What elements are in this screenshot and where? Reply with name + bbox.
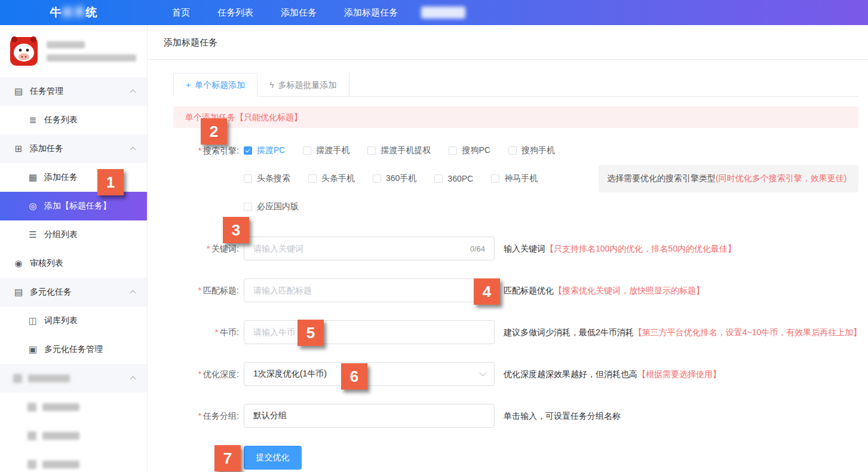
group-input-box[interactable] bbox=[244, 404, 495, 428]
nav-item-task-list[interactable]: 任务列表 bbox=[204, 0, 267, 25]
tab-label: 多标题批量添加 bbox=[278, 73, 337, 96]
field-label-text: 任务分组: bbox=[203, 411, 239, 421]
engine-option-360-pc[interactable]: 360PC bbox=[434, 174, 473, 183]
sidebar-item-label: 多元化任务管理 bbox=[44, 344, 103, 355]
add-title-task-form: *搜索引擎: 摆渡PC 摆渡手机 摆渡手机提权 搜狗PC 搜狗手机 头条搜索 头… bbox=[173, 139, 858, 470]
depth-select[interactable]: 1次深度优化(1牛币) bbox=[244, 362, 495, 386]
checkbox-icon[interactable] bbox=[367, 146, 376, 155]
sidebar-item-add-task[interactable]: ▦ 添加任务 bbox=[0, 163, 147, 192]
sidebar-item-label: 任务列表 bbox=[44, 115, 78, 125]
logo-text: 牛 bbox=[50, 6, 62, 19]
sidebar-item-group-list[interactable]: ☰ 分组列表 bbox=[0, 220, 147, 249]
checkbox-icon[interactable] bbox=[303, 146, 311, 155]
sidebar-item-review-list[interactable]: ◉ 审核列表 bbox=[0, 249, 147, 278]
engine-option-baidu-mobile-boost[interactable]: 摆渡手机提权 bbox=[367, 145, 431, 156]
lightning-icon: ϟ bbox=[269, 73, 274, 96]
logo-text-blurred: 排系 bbox=[62, 6, 86, 19]
sidebar-item-label: 添加任务 bbox=[44, 172, 78, 183]
page-title: 添加标题任务 bbox=[148, 25, 868, 60]
required-mark: * bbox=[215, 327, 218, 337]
sidebar-item-diversified-task-management[interactable]: ▣ 多元化任务管理 bbox=[0, 335, 147, 364]
sidebar-item-add-title-task[interactable]: ◎ 添加【标题任务】 bbox=[0, 192, 147, 220]
step-marker-2: 2 bbox=[201, 118, 227, 145]
sidebar-item-label: 审核列表 bbox=[30, 258, 63, 269]
step-marker-5: 5 bbox=[297, 320, 324, 346]
sidebar-section-redacted[interactable] bbox=[0, 364, 147, 393]
sidebar-item-label-redacted bbox=[42, 461, 79, 468]
tab-single-title-add[interactable]: + 单个标题添加 bbox=[173, 73, 257, 97]
engine-option-label: 摆渡手机提权 bbox=[381, 145, 431, 156]
list-icon: ≣ bbox=[27, 115, 38, 125]
nav-item-home[interactable]: 首页 bbox=[158, 0, 204, 25]
keyword-input[interactable] bbox=[253, 244, 465, 253]
nav-item-add-task[interactable]: 添加任务 bbox=[267, 0, 330, 25]
checkbox-icon[interactable] bbox=[308, 174, 317, 183]
sidebar-section-task-management[interactable]: ▤ 任务管理 bbox=[0, 77, 147, 106]
sidebar-section-add-task[interactable]: ⊞ 添加任务 bbox=[0, 134, 147, 163]
step-marker-7: 7 bbox=[214, 445, 241, 471]
checkbox-icon[interactable] bbox=[449, 146, 457, 155]
checkbox-icon[interactable] bbox=[491, 174, 499, 183]
engine-option-360-mobile[interactable]: 360手机 bbox=[373, 173, 416, 184]
match-title-input-box[interactable] bbox=[244, 278, 495, 302]
depth-select-value: 1次深度优化(1牛币) bbox=[253, 369, 327, 379]
sidebar-item-redacted-1[interactable] bbox=[0, 393, 147, 421]
checkbox-icon[interactable] bbox=[244, 174, 252, 183]
coin-input[interactable] bbox=[253, 327, 485, 337]
form-row-search-engine: *搜索引擎: 摆渡PC 摆渡手机 摆渡手机提权 搜狗PC 搜狗手机 头条搜索 头… bbox=[173, 139, 858, 219]
top-navbar: 牛排系统 首页 任务列表 添加任务 添加标题任务 bbox=[0, 0, 868, 25]
engine-row-3: 必应国内版 bbox=[244, 195, 858, 219]
keyword-input-box[interactable]: 0/64 bbox=[244, 237, 495, 260]
sidebar-item-label: 分组列表 bbox=[44, 229, 78, 240]
sidebar-item-label: 添加【标题任务】 bbox=[44, 201, 111, 212]
engine-options: 摆渡PC 摆渡手机 摆渡手机提权 搜狗PC 搜狗手机 头条搜索 头条手机 360… bbox=[244, 139, 858, 219]
engine-option-label: 摆渡PC bbox=[257, 145, 285, 156]
engine-row-1: 摆渡PC 摆渡手机 摆渡手机提权 搜狗PC 搜狗手机 bbox=[244, 139, 858, 163]
sidebar-item-task-list[interactable]: ≣ 任务列表 bbox=[0, 106, 147, 134]
sidebar-item-redacted-2[interactable] bbox=[0, 421, 147, 450]
sidebar-item-redacted-3[interactable] bbox=[0, 450, 147, 472]
sidebar-item-lexicon-list[interactable]: ◫ 词库列表 bbox=[0, 307, 147, 335]
submit-button[interactable]: 提交优化 bbox=[244, 446, 302, 470]
engine-option-sogou-mobile[interactable]: 搜狗手机 bbox=[508, 145, 555, 156]
engine-option-toutiao-mobile[interactable]: 头条手机 bbox=[308, 173, 355, 184]
checkbox-checked-icon[interactable] bbox=[244, 146, 252, 155]
engine-option-sogou-pc[interactable]: 搜狗PC bbox=[449, 145, 490, 156]
nav-item-add-title-task[interactable]: 添加标题任务 bbox=[330, 0, 412, 25]
engine-tip-box: 选择需要优化的搜索引擎类型(同时优化多个搜索引擎，效果更佳) bbox=[599, 165, 858, 192]
checkbox-icon[interactable] bbox=[508, 146, 517, 155]
match-title-input[interactable] bbox=[253, 286, 485, 295]
step-marker-1: 1 bbox=[97, 169, 124, 195]
checkbox-icon[interactable] bbox=[373, 174, 381, 183]
main-content: 添加标题任务 + 单个标题添加 ϟ 多标题批量添加 单个添加任务【只能优化标题】… bbox=[148, 25, 868, 472]
field-label-text: 关键词: bbox=[211, 244, 239, 253]
required-mark: * bbox=[198, 286, 201, 295]
coin-help: 建议多做词少消耗，最低2牛币消耗【第三方平台优化排名，设置4~10牛币，有效果后… bbox=[504, 320, 861, 344]
help-text: 优化深度越深效果越好，但消耗也高 bbox=[504, 369, 637, 379]
form-row-group: *任务分组: 单击输入，可设置任务分组名称 bbox=[173, 404, 858, 428]
group-input[interactable] bbox=[253, 411, 485, 421]
book-icon: ◫ bbox=[27, 315, 38, 326]
engine-option-baidu-pc[interactable]: 摆渡PC bbox=[244, 145, 285, 156]
engine-option-bing-cn[interactable]: 必应国内版 bbox=[244, 201, 299, 212]
coin-input-box[interactable] bbox=[244, 320, 495, 344]
help-text: 匹配标题优化 bbox=[504, 286, 554, 295]
tab-batch-title-add[interactable]: ϟ 多标题批量添加 bbox=[257, 73, 349, 96]
plus-icon: + bbox=[186, 73, 191, 96]
sidebar-section-diversified-tasks[interactable]: ▤ 多元化任务 bbox=[0, 278, 147, 307]
engine-option-label: 搜狗手机 bbox=[522, 145, 555, 156]
step-marker-6: 6 bbox=[341, 363, 367, 390]
checkbox-icon[interactable] bbox=[244, 203, 252, 211]
nav-user-redacted[interactable] bbox=[421, 7, 465, 19]
engine-option-baidu-mobile[interactable]: 摆渡手机 bbox=[303, 145, 349, 156]
engine-row-2: 头条搜索 头条手机 360手机 360PC 神马手机 选择需要优化的搜索引擎类型… bbox=[244, 165, 858, 192]
redacted-icon bbox=[27, 460, 36, 469]
engine-option-toutiao-search[interactable]: 头条搜索 bbox=[244, 173, 290, 184]
form-row-match-title: *匹配标题: 匹配标题优化【搜索优化关键词，放快照显示的标题】 bbox=[173, 278, 858, 302]
folder-icon: ▤ bbox=[13, 86, 24, 97]
depth-help: 优化深度越深效果越好，但消耗也高【根据需要选择使用】 bbox=[504, 362, 721, 386]
user-name-redacted bbox=[47, 41, 85, 48]
checkbox-icon[interactable] bbox=[434, 174, 443, 183]
engine-option-label: 头条搜索 bbox=[257, 173, 290, 184]
engine-option-shenma-mobile[interactable]: 神马手机 bbox=[491, 173, 538, 184]
